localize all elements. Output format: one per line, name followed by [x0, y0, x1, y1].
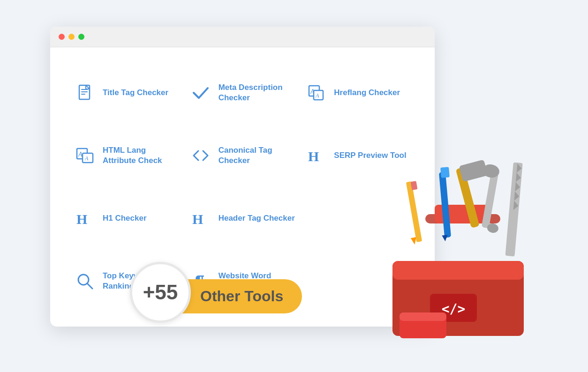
tool-item-meta-description[interactable]: Meta Description Checker	[185, 61, 301, 124]
window-maximize-dot	[78, 34, 84, 40]
code-icon	[189, 144, 212, 167]
tool-label-title-tag: Title Tag Checker	[103, 88, 168, 98]
svg-line-16	[87, 283, 92, 289]
svg-text:H: H	[192, 211, 203, 227]
browser-titlebar	[50, 27, 435, 47]
document-icon	[74, 82, 96, 104]
search-icon	[74, 270, 96, 292]
tool-item-header-tag[interactable]: H Header Tag Checker	[185, 187, 301, 250]
svg-text:H: H	[308, 149, 319, 164]
h1-icon: H	[74, 207, 96, 230]
header-tag-icon: H	[189, 207, 212, 230]
translate-icon: A A	[305, 82, 327, 104]
tool-item-hreflang[interactable]: A A Hreflang Checker	[300, 61, 416, 124]
badge-count: +55	[143, 281, 178, 304]
tool-item-h1[interactable]: H H1 Checker	[69, 187, 185, 250]
svg-rect-31	[406, 181, 422, 242]
svg-text:A: A	[84, 155, 89, 162]
window-close-dot	[59, 34, 65, 40]
translate2-icon: A A	[74, 144, 96, 167]
tool-item-canonical[interactable]: Canonical Tag Checker	[185, 124, 301, 187]
svg-text:A: A	[78, 151, 83, 158]
tool-label-h1: H1 Checker	[103, 213, 147, 223]
tool-label-header-tag: Header Tag Checker	[219, 213, 295, 223]
svg-rect-21	[392, 261, 524, 280]
tool-label-html-lang: HTML Lang Attribute Check	[103, 145, 180, 166]
svg-text:A: A	[315, 92, 319, 99]
window-minimize-dot	[68, 34, 75, 40]
tool-label-hreflang: Hreflang Checker	[334, 88, 400, 98]
tool-item-title-tag[interactable]: Title Tag Checker	[69, 61, 185, 124]
h-tag-serp-icon: H	[305, 144, 327, 167]
svg-marker-36	[442, 235, 448, 242]
other-tools-text: Other Tools	[200, 288, 283, 305]
svg-text:H: H	[76, 211, 87, 227]
tool-label-meta-description: Meta Description Checker	[219, 82, 296, 103]
tool-label-canonical: Canonical Tag Checker	[219, 145, 296, 166]
badge-circle: +55	[130, 262, 191, 323]
checkmark-icon	[189, 82, 212, 104]
toolbox-illustration: </>	[374, 158, 552, 355]
svg-rect-38	[400, 312, 446, 321]
svg-rect-35	[440, 167, 450, 178]
tool-item-html-lang[interactable]: A A HTML Lang Attribute Check	[69, 124, 185, 187]
scene: Title Tag Checker Meta Description Check…	[36, 17, 552, 355]
